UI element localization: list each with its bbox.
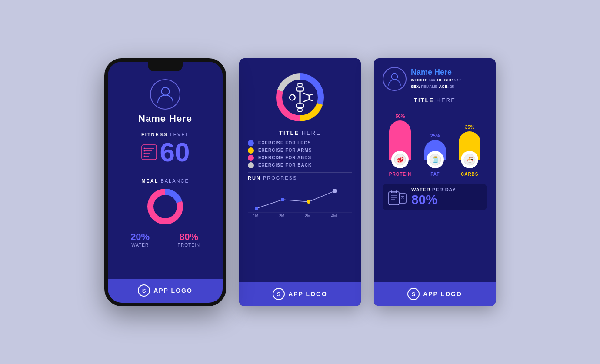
- nutrition-card-content: Name Here WEIGHT: 144 HEIGHT: 5,5" SEX: …: [374, 58, 496, 282]
- profile-avatar: [383, 67, 407, 91]
- run-chart: 1M 2M 3M 4M: [248, 182, 352, 217]
- protein-pct-item: 80% PROTEIN: [177, 231, 200, 247]
- svg-rect-42: [389, 192, 399, 205]
- main-container: Name Here FITNESS LEVEL 60: [0, 41, 600, 324]
- svg-point-28: [281, 198, 284, 201]
- meal-donut: [146, 187, 185, 226]
- legend-dot-abs: [248, 155, 254, 161]
- water-pct-value: 20%: [130, 231, 150, 243]
- legend-arms: EXERCISE FOR ARMS: [248, 147, 352, 154]
- water-section: WATER PER DAY 80%: [383, 184, 487, 210]
- legend-legs: EXERCISE FOR LEGS: [248, 140, 352, 146]
- svg-point-27: [255, 207, 258, 210]
- legend-text-back: EXERCISE FOR BACK: [258, 163, 312, 167]
- svg-rect-43: [391, 190, 397, 193]
- water-label: WATER: [131, 243, 149, 247]
- nutrition-title: TITLE HERE: [414, 97, 456, 104]
- svg-text:2M: 2M: [279, 214, 285, 217]
- protein-bar-col: 50% 🥩 PROTEIN: [389, 114, 411, 177]
- fitness-value: 60: [160, 139, 190, 166]
- svg-text:🫙: 🫙: [431, 156, 439, 164]
- legend-abs: EXERCISE FOR ABDS: [248, 155, 352, 161]
- protein-pct-value: 80%: [179, 231, 198, 243]
- avatar: [150, 79, 180, 110]
- carbs-bar-col: 35% 🍜 CARBS: [459, 124, 480, 177]
- phone-mockup: Name Here FITNESS LEVEL 60: [104, 58, 226, 306]
- legend-divider: [248, 172, 352, 173]
- protein-label: PROTEIN: [177, 243, 200, 247]
- legend-dot-back: [248, 162, 254, 168]
- phone-logo-text: APP LOGO: [153, 287, 193, 294]
- carbs-bar-wrap: 🍜: [459, 131, 480, 160]
- svg-point-21: [290, 94, 295, 100]
- carbs-bar-pct: 35%: [465, 124, 474, 130]
- phone-logo-circle: S: [138, 284, 150, 297]
- svg-rect-25: [298, 83, 302, 86]
- legend-dot-legs: [248, 140, 254, 146]
- svg-point-9: [143, 155, 145, 157]
- protein-bar-wrap: 🥩: [389, 120, 411, 160]
- legend-back: EXERCISE FOR BACK: [248, 162, 352, 168]
- svg-text:4M: 4M: [331, 214, 337, 217]
- legend-text-arms: EXERCISE FOR ARMS: [258, 148, 312, 153]
- exercise-card-footer: S APP LOGO: [239, 282, 361, 306]
- profile-stats: WEIGHT: 144 HEIGHT: 5,5" SEX: FEMALE AGE…: [411, 77, 461, 90]
- svg-point-7: [143, 150, 145, 151]
- meal-percentages: 20% WATER 80% PROTEIN: [117, 231, 214, 247]
- profile-info: Name Here WEIGHT: 144 HEIGHT: 5,5" SEX: …: [411, 68, 461, 90]
- fat-bar-col: 25% 🫙 FAT: [424, 133, 446, 177]
- water-text: WATER PER DAY 80%: [411, 187, 456, 207]
- exercise-card-content: TITLE HERE EXERCISE FOR LEGS EXERCISE FO…: [239, 58, 361, 282]
- water-pct-item: 20% WATER: [130, 231, 150, 247]
- meal-label: MEAL BALANCE: [141, 178, 189, 184]
- svg-text:1M: 1M: [253, 214, 259, 217]
- exercise-card: TITLE HERE EXERCISE FOR LEGS EXERCISE FO…: [239, 58, 361, 306]
- protein-bar-pct: 50%: [395, 114, 405, 119]
- nutrition-card: Name Here WEIGHT: 144 HEIGHT: 5,5" SEX: …: [374, 58, 496, 306]
- nutrition-logo-circle: S: [407, 288, 420, 300]
- exercise-donut: [274, 71, 326, 124]
- svg-rect-47: [399, 194, 406, 203]
- svg-point-6: [143, 147, 145, 149]
- run-label: RUN PROGRESS: [248, 175, 297, 180]
- svg-rect-24: [298, 108, 302, 111]
- protein-bar-icon: 🥩: [391, 151, 409, 168]
- divider1: [126, 128, 204, 128]
- phone-user-name: Name Here: [138, 113, 192, 124]
- fat-bar-pct: 25%: [430, 133, 440, 138]
- exercise-donut-inner: [283, 80, 317, 115]
- svg-point-0: [161, 87, 169, 95]
- exercise-logo-circle: S: [273, 288, 285, 300]
- water-per-day-label: WATER PER DAY: [411, 187, 456, 192]
- phone-notch: [148, 62, 183, 71]
- exercise-logo-text: APP LOGO: [288, 291, 327, 297]
- svg-line-23: [309, 94, 313, 95]
- svg-point-30: [333, 189, 337, 193]
- legend-container: EXERCISE FOR LEGS EXERCISE FOR ARMS EXER…: [248, 139, 352, 170]
- svg-rect-19: [297, 87, 303, 91]
- fitness-label: FITNESS LEVEL: [141, 132, 189, 137]
- legend-dot-arms: [248, 147, 254, 154]
- svg-point-35: [392, 73, 398, 80]
- svg-point-29: [307, 200, 310, 204]
- fat-bar-label: FAT: [430, 172, 440, 177]
- fat-bar-wrap: 🫙: [424, 140, 446, 160]
- nutrition-logo-text: APP LOGO: [423, 291, 462, 297]
- fat-bar-icon: 🫙: [427, 151, 444, 168]
- divider2: [126, 171, 204, 171]
- profile-name: Name Here: [411, 68, 461, 77]
- svg-point-8: [143, 153, 145, 154]
- svg-rect-18: [297, 104, 303, 108]
- exercise-title: TITLE HERE: [279, 130, 321, 136]
- nutrition-card-footer: S APP LOGO: [374, 282, 496, 306]
- phone-footer: S APP LOGO: [108, 279, 223, 303]
- svg-text:🥩: 🥩: [397, 156, 404, 164]
- phone-screen: Name Here FITNESS LEVEL 60: [108, 62, 223, 279]
- protein-bar-label: PROTEIN: [389, 172, 411, 177]
- svg-text:3M: 3M: [305, 214, 311, 217]
- svg-line-22: [309, 99, 313, 100]
- water-per-day-pct: 80%: [411, 192, 456, 207]
- svg-text:🍜: 🍜: [466, 156, 474, 164]
- bars-container: 50% 🥩 PROTEIN 25%: [383, 107, 487, 177]
- carbs-bar-label: CARBS: [461, 172, 479, 177]
